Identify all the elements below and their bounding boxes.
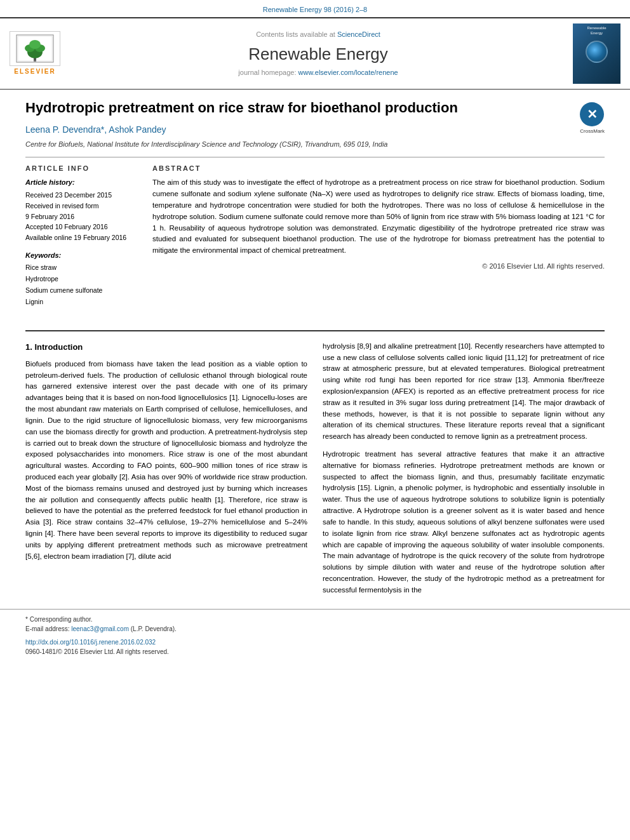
copyright-notice: © 2016 Elsevier Ltd. All rights reserved… [152,262,605,271]
cover-globe-image [586,41,608,63]
body-left-column: 1. Introduction Biofuels produced from b… [25,341,307,603]
affiliation: Centre for Biofuels, National Institute … [25,140,605,149]
article-meta-columns: ARTICLE INFO Article history: Received 2… [25,164,605,308]
journal-cover-image: RenewableEnergy [573,23,620,84]
issn-footnote: 0960-1481/© 2016 Elsevier Ltd. All right… [25,647,605,657]
article-info-label: ARTICLE INFO [25,164,140,173]
footnote-area: * Corresponding author. E-mail address: … [0,609,630,660]
homepage-link[interactable]: www.elsevier.com/locate/renene [298,69,398,76]
received-date: Received 23 December 2015 [25,190,140,201]
contents-available-text: Contents lists available at [256,30,335,38]
science-direct-text: Contents lists available at ScienceDirec… [64,30,573,39]
email-author-name: (L.P. Devendra). [131,625,177,632]
email-label: E-mail address: [25,625,69,632]
abstract-text: The aim of this study was to investigate… [152,177,605,257]
keyword-1: Rice straw [25,262,140,274]
body-columns: 1. Introduction Biofuels produced from b… [0,341,630,603]
elsevier-tree-icon [16,34,54,63]
keywords-title: Keywords: [25,251,140,260]
corresponding-author-label: * Corresponding author. [25,616,93,623]
keyword-3: Sodium cumene sulfonate [25,285,140,297]
journal-name: Renewable Energy [64,43,573,65]
revised-date: 9 February 2016 [25,211,140,222]
elsevier-logo: ELSEVIER [6,31,64,76]
article-info-column: ARTICLE INFO Article history: Received 2… [25,164,140,308]
journal-homepage-text: journal homepage: www.elsevier.com/locat… [64,68,573,77]
keywords-list: Rice straw Hydrotrope Sodium cumene sulf… [25,262,140,307]
article-content: ✕ CrossMark Hydrotropic pretreatment on … [0,90,630,320]
journal-cover: RenewableEnergy [573,23,624,84]
svg-point-4 [29,40,41,49]
page: Renewable Energy 98 (2016) 2–8 ELSEVIER [0,0,630,660]
section1-heading: 1. Introduction [25,341,307,354]
authors: Leena P. Devendra*, Ashok Pandey [25,124,605,137]
email-footnote: E-mail address: leenac3@gmail.com (L.P. … [25,624,605,634]
abstract-column: ABSTRACT The aim of this study was to in… [152,164,605,308]
article-divider [25,157,605,157]
homepage-label: journal homepage: [238,69,296,76]
elsevier-wordmark: ELSEVIER [14,67,55,76]
article-title: Hydrotropic pretreatment on rice straw f… [25,99,605,117]
corresponding-author-note: * Corresponding author. [25,615,605,624]
science-direct-link[interactable]: ScienceDirect [337,30,380,38]
accepted-date: Accepted 10 February 2016 [25,222,140,232]
keywords-section: Keywords: Rice straw Hydrotrope Sodium c… [25,251,140,308]
doi-footnote: http://dx.doi.org/10.1016/j.renene.2016.… [25,637,605,647]
crossmark-label: CrossMark [580,128,605,135]
keyword-4: Lignin [25,297,140,308]
email-link[interactable]: leenac3@gmail.com [71,625,129,632]
article-history: Article history: Received 23 December 20… [25,177,140,243]
journal-title-center: Contents lists available at ScienceDirec… [64,30,573,77]
journal-header-banner: ELSEVIER Contents lists available at Sci… [0,17,630,90]
doi-link[interactable]: http://dx.doi.org/10.1016/j.renene.2016.… [25,639,156,646]
main-body-divider [25,330,605,331]
available-online: Available online 19 February 2016 [25,232,140,243]
section1-paragraph3: Hydrotropic treatment has several attrac… [323,449,605,596]
section1-paragraph1: Biofuels produced from biomass have take… [25,359,307,563]
section1-paragraph2: hydrolysis [8,9] and alkaline pretreatme… [323,341,605,443]
article-history-title: Article history: [25,177,140,189]
journal-ref-text: Renewable Energy 98 (2016) 2–8 [263,6,368,13]
crossmark-badge: ✕ CrossMark [580,102,605,135]
body-right-column: hydrolysis [8,9] and alkaline pretreatme… [323,341,605,603]
elsevier-logo-box [10,31,60,66]
received-revised-label: Received in revised form [25,201,140,211]
abstract-label: ABSTRACT [152,164,605,173]
keyword-2: Hydrotrope [25,274,140,285]
crossmark-icon: ✕ [580,102,604,126]
journal-reference: Renewable Energy 98 (2016) 2–8 [0,0,630,17]
cover-journal-title: RenewableEnergy [587,26,606,35]
